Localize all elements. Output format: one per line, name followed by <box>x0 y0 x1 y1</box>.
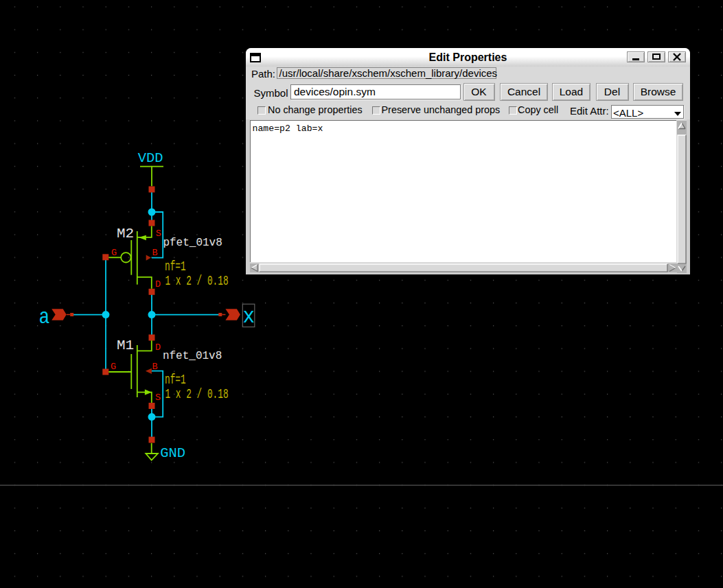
svg-text:D: D <box>155 279 161 290</box>
svg-text:G: G <box>111 362 116 372</box>
svg-text:B: B <box>152 248 158 258</box>
svg-text:D: D <box>155 342 161 353</box>
svg-text:nf=1: nf=1 <box>165 259 186 274</box>
svg-text:G: G <box>111 248 117 258</box>
svg-text:pfet_01v8: pfet_01v8 <box>163 237 222 249</box>
svg-text:1 x 2 / 0.18: 1 x 2 / 0.18 <box>165 273 229 289</box>
svg-text:S: S <box>155 392 161 403</box>
svg-text:x: x <box>242 305 255 329</box>
svg-text:B: B <box>152 362 158 372</box>
svg-text:M2: M2 <box>117 226 134 242</box>
svg-text:1 x 2 / 0.18: 1 x 2 / 0.18 <box>165 387 229 403</box>
svg-text:S: S <box>156 228 161 239</box>
svg-text:GND: GND <box>160 445 185 461</box>
svg-text:a: a <box>39 305 50 330</box>
svg-text:VDD: VDD <box>138 150 163 166</box>
svg-text:M1: M1 <box>117 338 134 353</box>
svg-text:nfet_01v8: nfet_01v8 <box>163 350 222 362</box>
svg-text:nf=1: nf=1 <box>165 373 186 388</box>
